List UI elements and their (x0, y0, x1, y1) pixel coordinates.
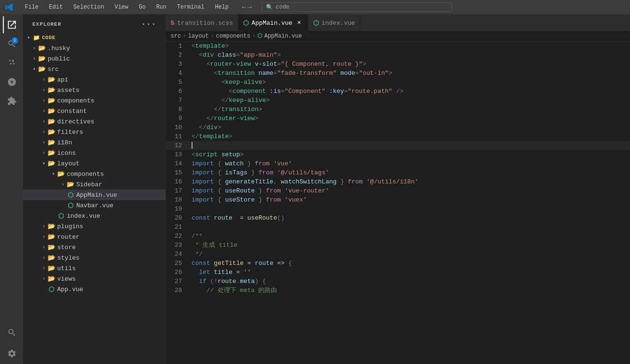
sidebar-item-styles[interactable]: › 📂 styles (23, 253, 166, 263)
sidebar-item-code-root[interactable]: ▾ 📁 CODE (23, 32, 166, 43)
sidebar-item-appmain[interactable]: ⬡ AppMain.vue (23, 190, 166, 200)
activity-debug[interactable] (3, 73, 20, 91)
activity-search2[interactable] (3, 324, 20, 341)
line-number: 19 (166, 204, 190, 213)
folder-icon: 📂 (67, 181, 74, 188)
sidebar-item-app-vue[interactable]: ⬡ App.vue (23, 284, 166, 294)
sidebar-item-assets[interactable]: › 📂 assets (23, 85, 166, 95)
line-content: const getTitle = route => { (190, 259, 630, 268)
sidebar-item-layout[interactable]: ▾ 📂 layout (23, 158, 166, 169)
sidebar-item-label: App.vue (57, 286, 166, 293)
sidebar-item-utils[interactable]: › 📂 utils (23, 263, 166, 273)
line-number: 11 (166, 132, 190, 141)
sidebar-item-constant[interactable]: › 📂 constant (23, 106, 166, 116)
sidebar-item-label: i18n (57, 139, 166, 146)
breadcrumb-components[interactable]: components (216, 33, 250, 40)
sidebar-item-views[interactable]: › 📂 views (23, 273, 166, 284)
breadcrumb-file[interactable]: AppMain.vue (264, 33, 302, 40)
menu-edit[interactable]: Edit (47, 3, 65, 11)
line-content (190, 141, 630, 150)
line-number: 21 (166, 222, 190, 232)
sidebar-item-router[interactable]: › 📂 router (23, 232, 166, 242)
sidebar-header: EXPLORER ··· (23, 14, 166, 32)
code-line: 12 (166, 141, 630, 150)
nav-back[interactable]: ← (242, 3, 246, 11)
code-line: 3 <router-view v-slot="{ Component, rout… (166, 60, 630, 69)
tab-close-button[interactable]: × (295, 19, 303, 27)
sidebar-item-husky[interactable]: › 📂 .husky (23, 43, 166, 53)
tab-transition-scss[interactable]: S transition.scss (166, 14, 238, 31)
line-content: import { generateTitle, watchSwitchLang … (190, 177, 630, 186)
folder-icon: 📂 (48, 86, 55, 94)
line-content: <div class="app-main"> (190, 51, 630, 60)
tab-index-vue[interactable]: ⬡ index.vue (308, 14, 360, 31)
menu-file[interactable]: File (23, 3, 41, 11)
activity-search[interactable]: 1 (3, 35, 20, 52)
folder-icon: 📂 (48, 76, 55, 83)
breadcrumb-sep: › (211, 33, 214, 40)
sidebar-item-sidebar-folder[interactable]: › 📂 Sidebar (23, 179, 166, 190)
breadcrumb-src[interactable]: src (171, 33, 181, 40)
code-line: 22 /** (166, 232, 630, 241)
code-line: 8 </transition> (166, 105, 630, 114)
activity-settings[interactable] (3, 345, 20, 362)
line-number: 9 (166, 114, 190, 123)
sidebar-item-public[interactable]: › 📂 public (23, 53, 166, 64)
sidebar-item-index-vue[interactable]: ⬡ index.vue (23, 211, 166, 221)
search-bar[interactable]: 🔍 code (262, 2, 452, 12)
line-content: let title = '' (190, 268, 630, 277)
vue-file-icon: ⬡ (57, 212, 65, 220)
nav-arrows: ← → (242, 3, 252, 11)
line-number: 24 (166, 250, 190, 259)
tab-appmain-vue[interactable]: ⬡ AppMain.vue × (238, 14, 308, 31)
line-content: import { useRoute } from 'vue-router' (190, 186, 630, 195)
search-placeholder: code (276, 4, 290, 10)
line-number: 26 (166, 268, 190, 277)
folder-icon: 📂 (48, 222, 55, 230)
sidebar-item-src[interactable]: ▾ 📂 src (23, 64, 166, 74)
menu-help[interactable]: Help (213, 3, 231, 11)
activity-explorer[interactable] (3, 16, 20, 33)
code-line: 27 if (!route.meta) { (166, 277, 630, 286)
sidebar-more-icon[interactable]: ··· (141, 20, 156, 29)
breadcrumb-sep: › (183, 33, 186, 40)
sidebar-item-filters[interactable]: › 📂 filters (23, 127, 166, 137)
nav-forward[interactable]: → (248, 3, 252, 11)
menu-selection[interactable]: Selection (71, 3, 106, 11)
menu-terminal[interactable]: Terminal (175, 3, 206, 11)
chevron-right-icon: › (40, 254, 48, 262)
activity-scm[interactable] (3, 54, 20, 71)
line-number: 27 (166, 277, 190, 286)
menu-run[interactable]: Run (154, 3, 169, 11)
sidebar-item-label: Sidebar (76, 181, 166, 188)
folder-open-icon: 📁 (32, 34, 40, 41)
chevron-right-icon: › (40, 139, 48, 146)
folder-icon: 📂 (48, 97, 55, 104)
breadcrumb-layout[interactable]: layout (188, 33, 209, 40)
chevron-down-icon: ▾ (25, 34, 32, 41)
sidebar-item-directives[interactable]: › 📂 directives (23, 116, 166, 127)
activity-extensions[interactable] (3, 92, 20, 110)
sidebar-item-components[interactable]: › 📂 components (23, 95, 166, 106)
sidebar-item-i18n[interactable]: › 📂 i18n (23, 137, 166, 148)
line-content: const route = useRoute() (190, 213, 630, 222)
sidebar-item-store[interactable]: › 📂 store (23, 242, 166, 253)
sidebar-item-api[interactable]: › 📂 api (23, 74, 166, 85)
folder-icon: 📂 (38, 55, 46, 62)
tab-bar: S transition.scss ⬡ AppMain.vue × ⬡ inde… (166, 14, 630, 31)
sidebar-item-navbar[interactable]: ⬡ Navbar.vue (23, 200, 166, 211)
line-content: if (!route.meta) { (190, 277, 630, 286)
breadcrumb-sep: › (252, 33, 255, 40)
menu-view[interactable]: View (112, 3, 130, 11)
menu-go[interactable]: Go (137, 3, 147, 11)
line-number: 7 (166, 96, 190, 105)
chevron-right-icon: › (40, 222, 48, 230)
sidebar-item-icons[interactable]: › 📂 icons (23, 148, 166, 158)
code-editor[interactable]: 1 <template> 2 <div class="app-main"> 3 … (166, 41, 630, 364)
chevron-right-icon: › (40, 128, 48, 136)
sidebar-item-layout-components[interactable]: ▾ 📂 components (23, 169, 166, 179)
code-line: 24 */ (166, 250, 630, 259)
sidebar-item-plugins[interactable]: › 📂 plugins (23, 221, 166, 232)
line-content: <transition name="fade-transform" mode="… (190, 69, 630, 78)
line-content: /** (190, 232, 630, 241)
